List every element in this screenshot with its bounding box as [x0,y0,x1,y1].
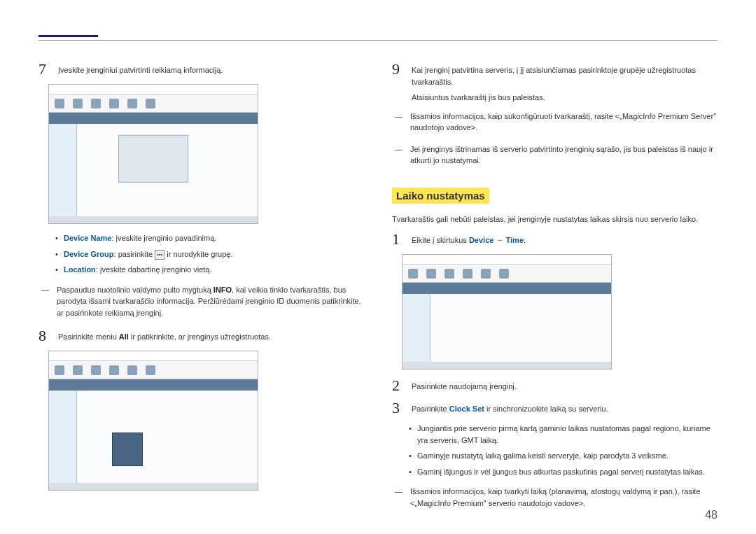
bullet-device-group: Device Group: pasirinkite ••• ir nurodyk… [55,248,364,260]
step-text: Pasirinkite naudojamą įrenginį. [412,378,718,393]
step-text: Kai įrenginį patvirtina serveris, į jį a… [412,62,718,104]
left-column: 7 Įveskite įrenginiui patvirtinti reikia… [38,62,364,519]
bullet-device-name: Device Name: įveskite įrenginio pavadini… [55,232,364,244]
time-step-1: 1 Eikite į skirtukus Device → Time. [392,232,718,247]
section-heading-time: Laiko nustatymas [392,188,489,204]
screenshot-all-menu [48,351,258,491]
bullet: Gaminyje nustatytą laiką galima keisti s… [409,450,718,462]
step3-note: ―Išsamios informacijos, kaip tvarkyti la… [395,486,718,509]
step3-bullets: Jungiantis prie serverio pirmą kartą gam… [409,423,718,477]
bullet-location: Location: įveskite dabartinę įrenginio v… [55,264,364,276]
time-step-2: 2 Pasirinkite naudojamą įrenginį. [392,378,718,393]
time-step-3: 3 Pasirinkite Clock Set ir sinchronizuok… [392,400,718,416]
step-number: 1 [392,232,403,247]
page-number: 48 [705,509,718,521]
step7-note: ― Paspaudus nuotolinio valdymo pulto myg… [41,284,364,319]
bullet: Gaminį išjungus ir vėl įjungus bus atkur… [409,466,718,478]
step-text: Pasirinkite meniu All ir patikrinkite, a… [58,328,364,344]
step-number: 8 [38,328,50,344]
bullet: Jungiantis prie serverio pirmą kartą gam… [409,423,718,446]
step-number: 9 [392,62,403,104]
screenshot-device-time [402,254,612,370]
step-text: Eikite į skirtukus Device → Time. [412,232,718,247]
step-number: 2 [392,378,403,393]
step-text: Įveskite įrenginiui patvirtinti reikiamą… [58,62,364,77]
step7-bullets: Device Name: įveskite įrenginio pavadini… [55,232,364,276]
step-9: 9 Kai įrenginį patvirtina serveris, į jį… [392,62,718,104]
step9-note2: ―Jei įrenginys ištrinamas iš serverio pa… [395,143,718,167]
step-number: 3 [392,400,403,416]
right-column: 9 Kai įrenginį patvirtina serveris, į jį… [392,62,718,519]
step9-note1: ―Išsamios informacijos, kaip sukonfigūru… [395,111,718,134]
step-8: 8 Pasirinkite meniu All ir patikrinkite,… [38,328,364,344]
step-7: 7 Įveskite įrenginiui patvirtinti reikia… [38,62,364,77]
step-number: 7 [38,62,50,77]
step-text: Pasirinkite Clock Set ir sinchronizuokit… [412,400,718,416]
section-intro: Tvarkaraštis gali nebūti paleistas, jei … [392,213,718,225]
ellipsis-button-icon: ••• [155,250,164,260]
screenshot-approval-dialog [48,84,258,224]
